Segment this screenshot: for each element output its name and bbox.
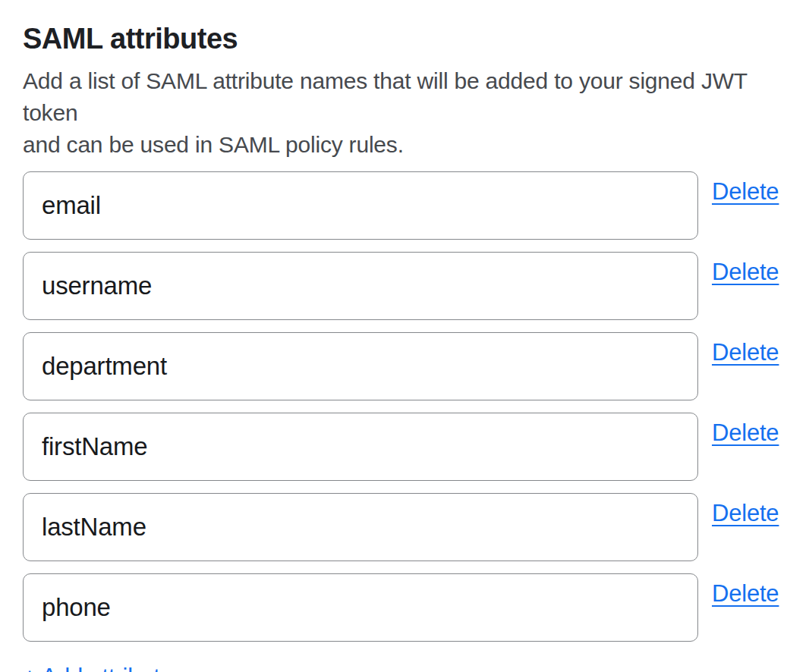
attribute-list: Delete Delete Delete Delete Delete (23, 171, 786, 642)
attribute-name-input[interactable] (23, 252, 698, 320)
attribute-row: Delete (23, 413, 786, 481)
attribute-row: Delete (23, 171, 786, 240)
delete-attribute-link[interactable]: Delete (712, 579, 779, 608)
attribute-row: Delete (23, 332, 786, 400)
attribute-row: Delete (23, 493, 786, 561)
delete-attribute-link[interactable]: Delete (712, 258, 779, 287)
attribute-name-input[interactable] (23, 573, 698, 642)
attribute-row: Delete (23, 252, 786, 320)
attribute-name-input[interactable] (23, 493, 698, 561)
attribute-name-input[interactable] (23, 171, 698, 240)
delete-attribute-link[interactable]: Delete (712, 177, 779, 206)
section-description-line-1: Add a list of SAML attribute names that … (23, 65, 786, 129)
delete-attribute-link[interactable]: Delete (712, 499, 779, 528)
section-title: SAML attributes (23, 21, 786, 56)
delete-attribute-link[interactable]: Delete (712, 419, 779, 447)
section-description: Add a list of SAML attribute names that … (23, 65, 786, 161)
section-description-line-2: and can be used in SAML policy rules. (23, 129, 786, 161)
attribute-name-input[interactable] (23, 332, 698, 400)
attribute-name-input[interactable] (23, 413, 698, 481)
delete-attribute-link[interactable]: Delete (712, 338, 779, 367)
saml-attributes-section: SAML attributes Add a list of SAML attri… (0, 0, 809, 672)
add-attribute-link[interactable]: + Add attribute (23, 663, 173, 672)
attribute-row: Delete (23, 573, 786, 642)
